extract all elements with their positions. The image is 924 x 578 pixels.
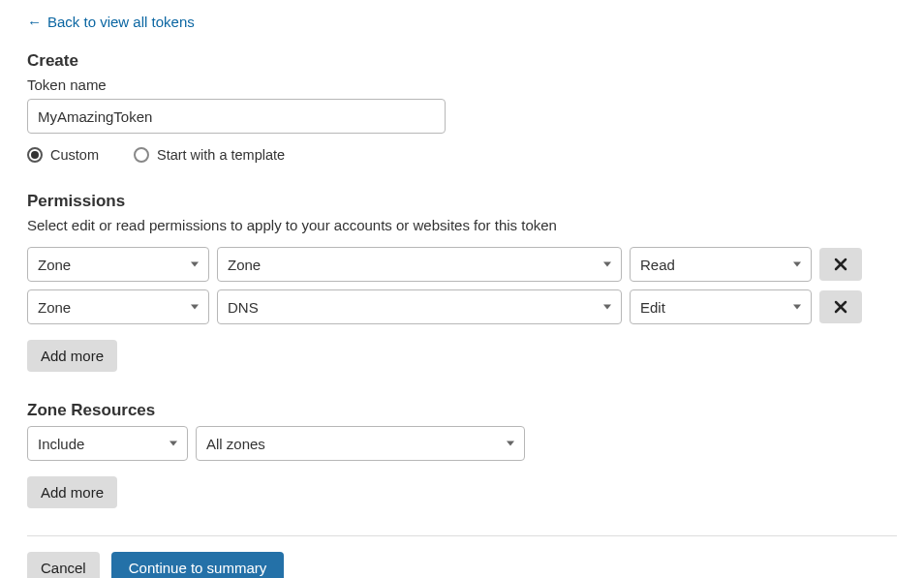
perm-scope-select[interactable]: Zone: [27, 247, 209, 282]
page-title: Create: [27, 51, 897, 71]
select-value: Zone: [38, 257, 71, 273]
button-label: Add more: [41, 484, 104, 501]
select-value: DNS: [228, 299, 259, 316]
select-value: Zone: [38, 299, 71, 316]
arrow-left-icon: ←: [27, 14, 42, 30]
back-link[interactable]: ← Back to view all tokens: [27, 14, 195, 30]
perm-resource-select[interactable]: DNS: [217, 289, 622, 324]
remove-row-button[interactable]: [819, 248, 862, 281]
zone-mode-select[interactable]: Include: [27, 426, 188, 461]
radio-icon: [27, 147, 43, 163]
permission-row: Zone Zone Read: [27, 247, 897, 282]
add-permission-button[interactable]: Add more: [27, 340, 117, 372]
perm-access-select[interactable]: Read: [630, 247, 812, 282]
radio-custom-label: Custom: [50, 147, 99, 163]
permissions-title: Permissions: [27, 192, 897, 211]
button-label: Continue to summary: [129, 560, 267, 576]
chevron-down-icon: [603, 305, 611, 310]
perm-resource-select[interactable]: Zone: [217, 247, 622, 282]
select-value: Zone: [228, 257, 261, 273]
chevron-down-icon: [191, 305, 199, 310]
radio-icon: [134, 147, 149, 163]
cancel-button[interactable]: Cancel: [27, 552, 100, 578]
select-value: Edit: [640, 299, 665, 316]
continue-button[interactable]: Continue to summary: [111, 552, 285, 578]
permission-row: Zone DNS Edit: [27, 289, 897, 324]
chevron-down-icon: [507, 441, 514, 446]
perm-scope-select[interactable]: Zone: [27, 289, 209, 324]
chevron-down-icon: [191, 262, 199, 267]
zone-target-select[interactable]: All zones: [196, 426, 525, 461]
select-value: Read: [640, 257, 675, 273]
radio-custom[interactable]: Custom: [27, 147, 99, 163]
chevron-down-icon: [603, 262, 611, 267]
token-name-input[interactable]: [27, 99, 446, 134]
chevron-down-icon: [793, 305, 801, 310]
radio-template-label: Start with a template: [157, 147, 285, 163]
remove-row-button[interactable]: [819, 290, 862, 323]
perm-access-select[interactable]: Edit: [630, 289, 812, 324]
select-value: All zones: [206, 436, 265, 452]
chevron-down-icon: [169, 441, 177, 446]
zone-resources-title: Zone Resources: [27, 401, 897, 420]
zone-resource-row: Include All zones: [27, 426, 897, 461]
divider: [27, 535, 897, 536]
button-label: Add more: [41, 348, 104, 364]
close-icon: [834, 300, 847, 314]
back-link-text: Back to view all tokens: [47, 14, 195, 30]
select-value: Include: [38, 436, 84, 452]
token-name-label: Token name: [27, 76, 897, 93]
permissions-desc: Select edit or read permissions to apply…: [27, 217, 897, 233]
radio-template[interactable]: Start with a template: [134, 147, 285, 163]
close-icon: [834, 258, 847, 271]
chevron-down-icon: [793, 262, 801, 267]
button-label: Cancel: [41, 560, 86, 576]
add-zone-resource-button[interactable]: Add more: [27, 476, 117, 508]
